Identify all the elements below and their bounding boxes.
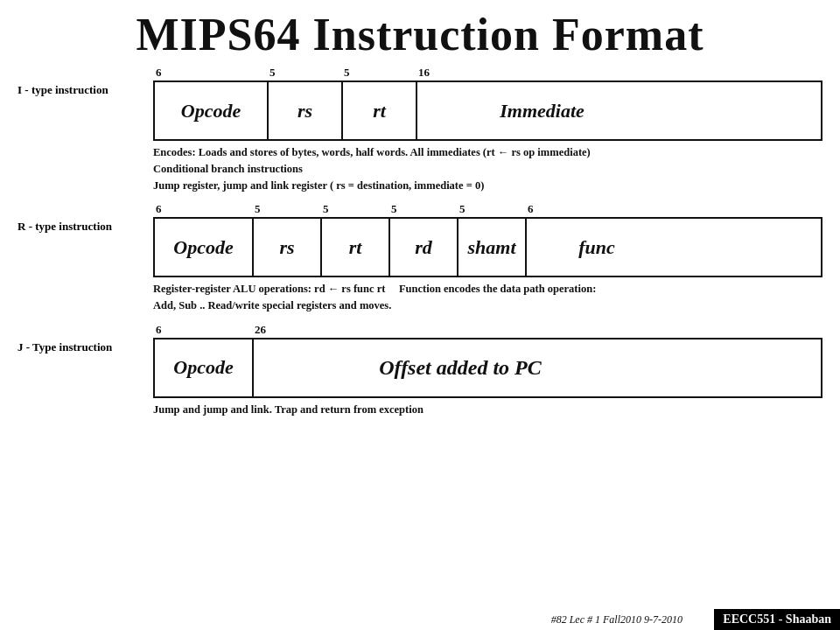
i-desc-line2: Conditional branch instructions: [153, 161, 822, 178]
i-field-immediate: Immediate: [417, 82, 667, 139]
i-bit-5a: 5: [267, 66, 341, 80]
j-field-opcode: Opcode: [155, 340, 254, 396]
i-bit-6: 6: [153, 66, 267, 80]
r-bit-6b: 6: [525, 202, 665, 216]
r-field-rs: rs: [254, 219, 322, 276]
r-type-content: 6 5 5 5 5 6 Opcode rs rt rd shamt func: [153, 202, 822, 277]
j-type-section: J - Type instruction 6 26 Opcode Offset …: [18, 323, 822, 418]
r-bit-5c: 5: [388, 202, 457, 216]
r-type-label: R - type instruction: [18, 202, 153, 234]
j-bit-26: 26: [252, 323, 665, 337]
r-field-rd: rd: [390, 219, 458, 276]
r-bit-6: 6: [153, 202, 252, 216]
j-bit-6: 6: [153, 323, 252, 337]
i-type-box: Opcode rs rt Immediate: [153, 80, 822, 141]
i-type-label: I - type instruction: [18, 66, 153, 97]
r-type-description: Register-register ALU operations: rd ← r…: [153, 281, 822, 314]
r-desc-line1: Register-register ALU operations: rd ← r…: [153, 281, 822, 298]
i-field-rs: rs: [269, 82, 343, 139]
i-type-section: I - type instruction 6 5 5 16 Opcode rs …: [18, 66, 822, 193]
r-bit-5b: 5: [320, 202, 388, 216]
i-field-rt: rt: [343, 82, 417, 139]
r-type-box: Opcode rs rt rd shamt func: [153, 217, 822, 277]
r-desc-line2: Add, Sub .. Read/write special registers…: [153, 298, 822, 314]
i-bit-16: 16: [416, 66, 665, 80]
j-desc-line1: Jump and jump and link. Trap and return …: [153, 402, 822, 418]
page: MIPS64 Instruction Format I - type instr…: [0, 0, 840, 630]
j-type-content: 6 26 Opcode Offset added to PC: [153, 323, 822, 398]
r-bit-5a: 5: [252, 202, 320, 216]
j-type-label: J - Type instruction: [18, 323, 153, 354]
r-field-shamt: shamt: [458, 219, 527, 276]
i-desc-line3: Jump register, jump and link register ( …: [153, 178, 822, 194]
r-field-rt: rt: [322, 219, 390, 276]
j-type-bit-numbers: 6 26: [153, 323, 822, 337]
i-field-opcode: Opcode: [155, 82, 269, 139]
r-bit-5d: 5: [457, 202, 525, 216]
r-field-func: func: [527, 219, 667, 276]
j-field-offset: Offset added to PC: [254, 340, 667, 396]
r-field-opcode: Opcode: [155, 219, 254, 276]
i-type-content: 6 5 5 16 Opcode rs rt Immediate: [153, 66, 822, 141]
r-type-bit-numbers: 6 5 5 5 5 6: [153, 202, 822, 216]
i-type-bit-numbers: 6 5 5 16: [153, 66, 822, 80]
i-bit-5b: 5: [341, 66, 416, 80]
j-type-description: Jump and jump and link. Trap and return …: [153, 402, 822, 418]
i-type-description: Encodes: Loads and stores of bytes, word…: [153, 144, 822, 193]
footer-info: #82 Lec # 1 Fall2010 9-7-2010: [551, 613, 682, 626]
footer-course: EECC551 - Shaaban: [714, 609, 840, 630]
r-type-section: R - type instruction 6 5 5 5 5 6 Opcode …: [18, 202, 822, 314]
j-type-box: Opcode Offset added to PC: [153, 338, 822, 398]
page-title: MIPS64 Instruction Format: [18, 9, 822, 60]
i-desc-line1: Encodes: Loads and stores of bytes, word…: [153, 144, 822, 161]
course-label: EECC551 - Shaaban: [723, 612, 831, 626]
